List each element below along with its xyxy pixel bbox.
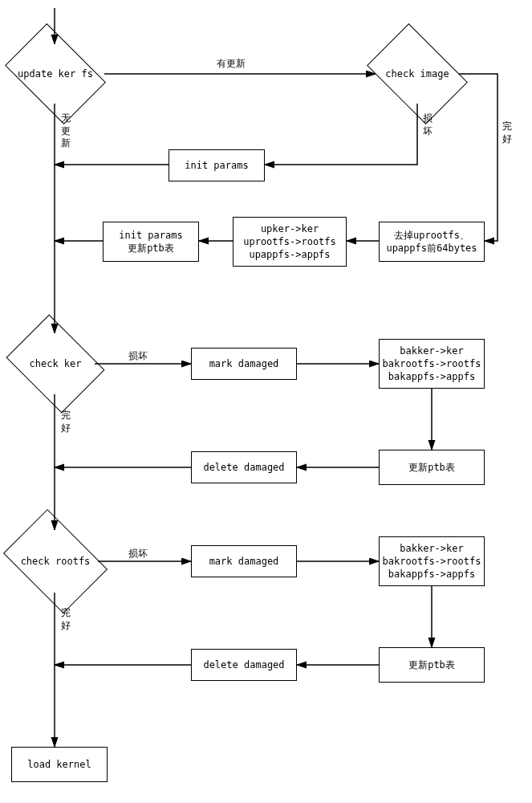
edge-check-ker-damaged: 损坏 [128, 350, 148, 363]
node-update-ker-fs: update ker fs [14, 44, 97, 104]
edge-check-image-damaged: 损 坏 [423, 112, 433, 137]
label-bak-copy-2: bakker->ker bakrootfs->rootfs bakappfs->… [383, 542, 481, 581]
edge-no-update: 无 更 新 [61, 112, 71, 150]
label-mark-damaged-1: mark damaged [209, 357, 279, 370]
node-update-ptb-2: 更新ptb表 [379, 647, 485, 683]
edge-check-image-ok: 完 好 [502, 120, 512, 145]
label-update-ptb-1: 更新ptb表 [408, 461, 455, 474]
node-bak-copy-2: bakker->ker bakrootfs->rootfs bakappfs->… [379, 536, 485, 586]
node-update-ptb-1: 更新ptb表 [379, 450, 485, 485]
node-init-params-ptb: init params 更新ptb表 [103, 222, 199, 262]
label-strip-64: 去掉uprootfs、 upappfs前64bytes [386, 229, 477, 255]
label-init-params: init params [185, 159, 248, 172]
node-strip-64: 去掉uprootfs、 upappfs前64bytes [379, 222, 485, 262]
node-delete-damaged-1: delete damaged [191, 451, 297, 483]
label-load-kernel: load kernel [27, 758, 91, 771]
label-check-rootfs: check rootfs [18, 556, 94, 567]
node-load-kernel: load kernel [11, 747, 108, 782]
edge-check-rootfs-ok: 完 好 [61, 607, 71, 632]
node-check-ker: check ker [16, 333, 95, 394]
label-check-ker: check ker [26, 358, 84, 369]
label-copy-up: upker->ker uprootfs->rootfs upappfs->app… [243, 222, 336, 262]
label-check-image: check image [382, 68, 452, 79]
node-check-image: check image [376, 44, 459, 104]
edge-check-rootfs-damaged: 损坏 [128, 548, 148, 560]
label-update-ker-fs: update ker fs [14, 68, 96, 79]
label-delete-damaged-2: delete damaged [203, 658, 284, 671]
node-mark-damaged-1: mark damaged [191, 348, 297, 380]
label-init-params-ptb: init params 更新ptb表 [119, 229, 182, 255]
node-mark-damaged-2: mark damaged [191, 545, 297, 577]
node-init-params: init params [169, 149, 265, 181]
node-bak-copy-1: bakker->ker bakrootfs->rootfs bakappfs->… [379, 339, 485, 389]
node-copy-up: upker->ker uprootfs->rootfs upappfs->app… [233, 217, 347, 267]
edge-check-ker-ok: 完 好 [61, 410, 71, 434]
node-check-rootfs: check rootfs [13, 530, 98, 593]
label-update-ptb-2: 更新ptb表 [408, 658, 455, 671]
label-bak-copy-1: bakker->ker bakrootfs->rootfs bakappfs->… [383, 344, 481, 384]
label-mark-damaged-2: mark damaged [209, 555, 279, 568]
node-delete-damaged-2: delete damaged [191, 649, 297, 681]
label-delete-damaged-1: delete damaged [203, 461, 284, 474]
edge-has-update: 有更新 [217, 58, 246, 71]
